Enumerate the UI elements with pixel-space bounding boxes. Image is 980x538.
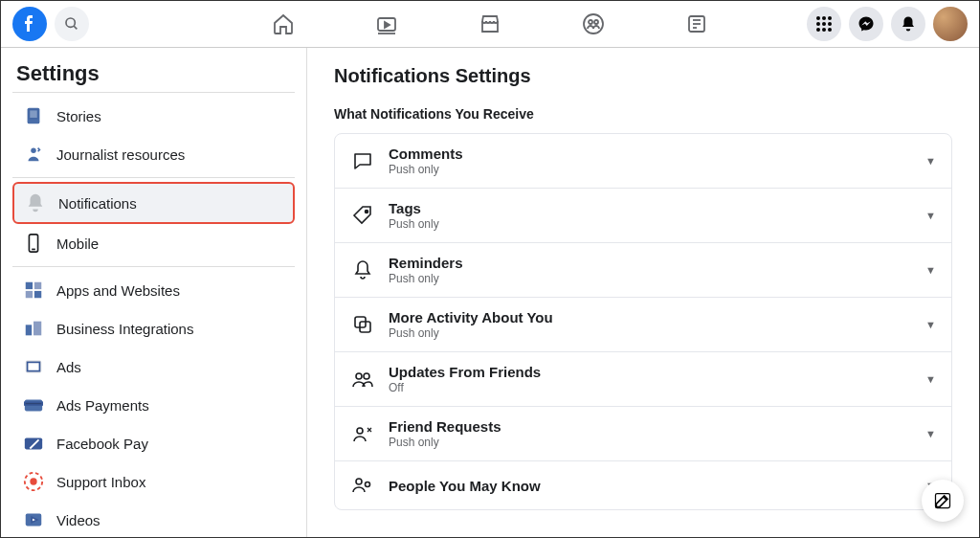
- sidebar-item-ads-payments[interactable]: Ads Payments: [12, 386, 295, 424]
- page-title: Notifications Settings: [334, 65, 952, 87]
- svg-point-12: [822, 16, 826, 20]
- notification-title: Comments: [389, 146, 912, 162]
- svg-point-16: [828, 22, 832, 26]
- topbar-nav: [270, 11, 710, 37]
- chevron-down-icon: ▼: [925, 210, 936, 221]
- svg-point-17: [816, 28, 820, 32]
- sidebar-item-facebook-pay[interactable]: Facebook Pay: [12, 424, 295, 462]
- svg-point-4: [584, 14, 603, 34]
- sidebar-item-journalist-resources[interactable]: Journalist resources: [12, 135, 295, 173]
- notification-row-friend-requests[interactable]: Friend RequestsPush only▼: [335, 407, 951, 461]
- svg-point-13: [828, 16, 832, 20]
- notification-subtitle: Push only: [389, 326, 912, 340]
- top-bar: [1, 1, 979, 48]
- svg-rect-25: [26, 282, 33, 289]
- svg-point-22: [31, 148, 36, 154]
- sidebar-item-label: Videos: [56, 512, 100, 528]
- messenger-button[interactable]: [849, 7, 883, 41]
- support-icon: [22, 470, 45, 493]
- nav-home[interactable]: [270, 11, 297, 37]
- nav-watch[interactable]: [373, 11, 400, 37]
- notification-row-more-activity-about-you[interactable]: More Activity About YouPush only▼: [335, 298, 951, 352]
- sidebar-item-apps-and-websites[interactable]: Apps and Websites: [12, 271, 295, 309]
- svg-point-5: [589, 20, 592, 24]
- ads-icon: [22, 355, 45, 378]
- sidebar-item-support-inbox[interactable]: Support Inbox: [12, 462, 295, 501]
- notification-row-reminders[interactable]: RemindersPush only▼: [335, 243, 951, 298]
- section-label: What Notifications You Receive: [334, 106, 952, 122]
- notification-row-tags[interactable]: TagsPush only▼: [335, 189, 951, 243]
- news-icon: [685, 12, 708, 35]
- notifications-button[interactable]: [891, 7, 925, 41]
- svg-point-45: [356, 479, 362, 484]
- notification-row-comments[interactable]: CommentsPush only▼: [335, 134, 951, 189]
- messenger-icon: [858, 15, 875, 33]
- notification-subtitle: Off: [389, 381, 912, 394]
- svg-point-18: [822, 28, 826, 32]
- sidebar-item-label: Notifications: [58, 195, 137, 212]
- menu-button[interactable]: [807, 7, 841, 41]
- notification-title: Reminders: [389, 255, 912, 271]
- topbar-right: [807, 7, 968, 41]
- notification-row-people-you-may-know[interactable]: People You May Know▼: [335, 461, 951, 509]
- notification-subtitle: Push only: [389, 217, 912, 231]
- nav-marketplace[interactable]: [477, 11, 503, 37]
- divider: [12, 92, 295, 93]
- sidebar-title: Settings: [12, 61, 295, 86]
- people-icon: [350, 473, 375, 498]
- svg-point-0: [66, 18, 75, 27]
- divider: [12, 266, 295, 267]
- business-icon: [22, 317, 45, 340]
- search-button[interactable]: [55, 7, 89, 41]
- svg-point-42: [356, 373, 362, 379]
- svg-point-37: [30, 478, 36, 484]
- svg-rect-21: [29, 110, 37, 119]
- groups-icon: [582, 12, 605, 35]
- reminder-bell-icon: [350, 258, 375, 282]
- payments-icon: [22, 393, 45, 416]
- friends-icon: [350, 367, 375, 392]
- notification-subtitle: Push only: [389, 163, 912, 176]
- fbpay-icon: [22, 432, 45, 455]
- chevron-down-icon: ▼: [925, 264, 936, 276]
- sidebar-item-notifications[interactable]: Notifications: [12, 182, 295, 224]
- sidebar-item-videos[interactable]: Videos: [12, 501, 295, 537]
- sidebar-item-mobile[interactable]: Mobile: [12, 224, 295, 262]
- topbar-left: [12, 7, 89, 41]
- nav-groups[interactable]: [580, 11, 607, 37]
- svg-point-11: [816, 16, 820, 20]
- sidebar-item-label: Stories: [56, 108, 101, 124]
- svg-rect-28: [34, 291, 41, 298]
- chevron-down-icon: ▼: [925, 319, 936, 330]
- profile-avatar[interactable]: [933, 7, 968, 41]
- friend-request-icon: [350, 421, 375, 446]
- notification-list: CommentsPush only▼TagsPush only▼Reminder…: [334, 133, 952, 510]
- sidebar-item-ads[interactable]: Ads: [12, 347, 295, 386]
- notification-title: Updates From Friends: [389, 364, 912, 380]
- svg-rect-34: [25, 402, 42, 405]
- sidebar-item-stories[interactable]: Stories: [12, 97, 295, 135]
- sidebar-item-business-integrations[interactable]: Business Integrations: [12, 309, 295, 347]
- stories-icon: [22, 104, 45, 127]
- notification-row-updates-from-friends[interactable]: Updates From FriendsOff▼: [335, 352, 951, 407]
- sidebar-item-label: Ads: [56, 359, 81, 375]
- bell-icon: [900, 15, 917, 33]
- svg-point-19: [828, 28, 832, 32]
- svg-point-15: [822, 22, 826, 26]
- facebook-logo[interactable]: [12, 7, 47, 41]
- svg-rect-26: [34, 282, 41, 289]
- svg-point-39: [366, 211, 368, 213]
- nav-news[interactable]: [683, 11, 710, 37]
- sidebar-item-label: Support Inbox: [56, 474, 145, 490]
- activity-icon: [350, 312, 375, 337]
- svg-rect-35: [25, 438, 42, 450]
- videos-icon: [22, 508, 45, 531]
- journalist-icon: [22, 143, 45, 166]
- compose-fab[interactable]: [922, 480, 964, 522]
- svg-rect-47: [936, 494, 950, 508]
- notification-title: More Activity About You: [389, 309, 912, 325]
- content: Settings StoriesJournalist resourcesNoti…: [1, 48, 979, 537]
- sidebar-item-label: Facebook Pay: [56, 436, 148, 452]
- sidebar-item-label: Mobile: [56, 235, 99, 252]
- comment-icon: [350, 148, 375, 173]
